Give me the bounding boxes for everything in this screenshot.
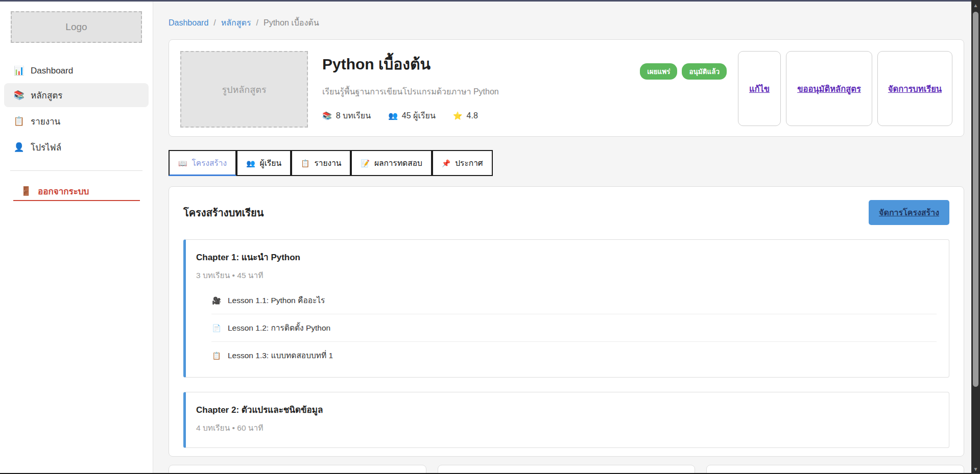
video-camera-icon: 🎥	[211, 296, 222, 305]
tab-students[interactable]: 👥 ผู้เรียน	[236, 150, 291, 176]
lesson-row[interactable]: 🎥 Lesson 1.1: Python คืออะไร	[211, 287, 937, 314]
clipboard-icon: 📋	[211, 352, 222, 360]
pushpin-icon: 📌	[442, 159, 450, 167]
sidebar: Logo 📊 Dashboard 📚 หลักสูตร 📋 รายงาน 👤 โ…	[0, 0, 153, 474]
scroll-up-icon[interactable]: ▲	[973, 0, 978, 10]
top-edge-strip	[0, 0, 980, 2]
sidebar-item-profile[interactable]: 👤 โปรไฟล์	[4, 135, 149, 159]
manage-structure-link[interactable]: จัดการโครงสร้าง	[879, 208, 939, 217]
sidebar-item-dashboard[interactable]: 📊 Dashboard	[4, 60, 149, 81]
tab-announcements[interactable]: 📌 ประกาศ	[432, 150, 493, 176]
course-image-label: รูปหลักสูตร	[222, 82, 266, 97]
star-icon: ⭐	[453, 111, 463, 120]
lesson-label: Lesson 1.2: การติดตั้ง Python	[228, 321, 330, 334]
clipboard-icon: 📋	[301, 159, 309, 167]
course-info: Python เบื้องต้น เรียนรู้พื้นฐานการเขียน…	[308, 51, 640, 122]
sidebar-item-reports[interactable]: 📋 รายงาน	[4, 109, 149, 133]
logo-label: Logo	[65, 21, 87, 33]
stat-lessons: 📚 8 บทเรียน	[322, 109, 371, 122]
stat-rating-value: 4.8	[467, 111, 478, 120]
tab-test-results[interactable]: 📝 ผลการทดสอบ	[351, 150, 432, 176]
breadcrumb: Dashboard / หลักสูตร / Python เบื้องต้น	[169, 16, 964, 29]
course-actions: แก้ไข ขออนุมัติหลักสูตร จัดการบทเรียน	[738, 51, 952, 126]
lesson-row[interactable]: 📄 Lesson 1.2: การติดตั้ง Python	[211, 314, 937, 342]
memo-icon: 📝	[361, 159, 369, 167]
lesson-label: Lesson 1.3: แบบทดสอบบทที่ 1	[228, 349, 333, 362]
manage-lessons-button[interactable]: จัดการบทเรียน	[877, 51, 952, 126]
scrollbar[interactable]: ▲ ▼	[971, 0, 980, 474]
course-stats: 📚 8 บทเรียน 👥 45 ผู้เรียน ⭐ 4.8	[322, 109, 640, 122]
stat-rating: ⭐ 4.8	[453, 111, 478, 120]
main-content: Dashboard / หลักสูตร / Python เบื้องต้น …	[153, 0, 980, 474]
tab-structure[interactable]: 📖 โครงสร้าง	[169, 150, 236, 176]
manage-lessons-link[interactable]: จัดการบทเรียน	[888, 82, 942, 95]
tab-label: ผลการทดสอบ	[374, 157, 422, 169]
course-tabs: 📖 โครงสร้าง 👥 ผู้เรียน 📋 รายงาน 📝 ผลการท…	[169, 150, 964, 176]
sidebar-item-label: รายงาน	[31, 114, 60, 128]
app-root: Logo 📊 Dashboard 📚 หลักสูตร 📋 รายงาน 👤 โ…	[0, 0, 980, 474]
chapter-card-2: Chapter 2: ตัวแปรและชนิดข้อมูล 4 บทเรียน…	[183, 392, 949, 448]
chapter-title: Chapter 1: แนะนำ Python	[196, 250, 937, 264]
breadcrumb-courses-link[interactable]: หลักสูตร	[221, 16, 251, 29]
request-approval-link[interactable]: ขออนุมัติหลักสูตร	[797, 82, 861, 95]
course-title: Python เบื้องต้น	[322, 52, 640, 76]
lesson-list: 🎥 Lesson 1.1: Python คืออะไร 📄 Lesson 1.…	[211, 287, 937, 369]
document-icon: 📄	[211, 324, 222, 332]
person-icon: 👤	[13, 142, 25, 153]
structure-panel: โครงสร้างบทเรียน จัดการโครงสร้าง Chapter…	[169, 186, 964, 457]
breadcrumb-dashboard-link[interactable]: Dashboard	[169, 18, 208, 28]
published-badge: เผยแพร่	[640, 63, 677, 80]
logout-label: ออกจากระบบ	[38, 184, 89, 198]
course-description: เรียนรู้พื้นฐานการเขียนโปรแกรมด้วยภาษา P…	[322, 85, 640, 98]
logo-placeholder: Logo	[11, 11, 142, 43]
sidebar-item-label: โปรไฟล์	[31, 140, 61, 154]
approved-badge: อนุมัติแล้ว	[682, 63, 727, 80]
course-header-card: รูปหลักสูตร Python เบื้องต้น เรียนรู้พื้…	[169, 39, 964, 137]
sidebar-item-courses[interactable]: 📚 หลักสูตร	[4, 83, 149, 107]
sidebar-divider	[10, 170, 142, 171]
sidebar-nav: 📊 Dashboard 📚 หลักสูตร 📋 รายงาน 👤 โปรไฟล…	[0, 60, 153, 159]
bar-chart-icon: 📊	[13, 65, 25, 76]
chapter-title: Chapter 2: ตัวแปรและชนิดข้อมูล	[196, 403, 937, 416]
chapter-meta: 4 บทเรียน • 60 นาที	[196, 421, 937, 434]
logout-link[interactable]: 🚪 ออกจากระบบ	[13, 180, 140, 201]
tab-label: รายงาน	[314, 157, 341, 169]
tab-label: ผู้เรียน	[260, 157, 281, 169]
structure-heading: โครงสร้างบทเรียน	[183, 205, 264, 221]
tab-label: โครงสร้าง	[192, 157, 227, 169]
open-book-icon: 📖	[178, 159, 187, 167]
stat-students: 👥 45 ผู้เรียน	[388, 109, 436, 122]
status-badges: เผยแพร่ อนุมัติแล้ว	[640, 63, 727, 80]
sidebar-item-label: Dashboard	[31, 66, 73, 76]
scroll-down-icon[interactable]: ▼	[973, 464, 978, 474]
chapter-card-1: Chapter 1: แนะนำ Python 3 บทเรียน • 45 น…	[183, 239, 949, 378]
books-icon: 📚	[322, 111, 332, 120]
stat-lessons-value: 8 บทเรียน	[336, 109, 371, 122]
door-icon: 🚪	[20, 186, 32, 196]
books-icon: 📚	[13, 90, 25, 101]
breadcrumb-separator: /	[213, 18, 216, 28]
stat-students-value: 45 ผู้เรียน	[402, 109, 436, 122]
sidebar-item-label: หลักสูตร	[31, 88, 62, 102]
tab-reports[interactable]: 📋 รายงาน	[291, 150, 351, 176]
request-approval-button[interactable]: ขออนุมัติหลักสูตร	[786, 51, 872, 126]
scrollbar-thumb[interactable]	[973, 12, 978, 387]
edit-course-button[interactable]: แก้ไข	[738, 51, 781, 126]
chapter-meta: 3 บทเรียน • 45 นาที	[196, 269, 937, 282]
breadcrumb-separator: /	[256, 18, 258, 28]
lesson-label: Lesson 1.1: Python คืออะไร	[228, 294, 325, 307]
people-icon: 👥	[388, 111, 398, 120]
clipboard-icon: 📋	[13, 116, 25, 127]
people-icon: 👥	[246, 159, 255, 167]
manage-structure-button[interactable]: จัดการโครงสร้าง	[869, 200, 949, 225]
breadcrumb-current: Python เบื้องต้น	[264, 16, 319, 29]
course-image-placeholder: รูปหลักสูตร	[180, 51, 308, 128]
edit-course-link[interactable]: แก้ไข	[749, 82, 770, 95]
lesson-row[interactable]: 📋 Lesson 1.3: แบบทดสอบบทที่ 1	[211, 342, 937, 369]
structure-panel-header: โครงสร้างบทเรียน จัดการโครงสร้าง	[183, 200, 949, 225]
tab-label: ประกาศ	[455, 157, 483, 169]
